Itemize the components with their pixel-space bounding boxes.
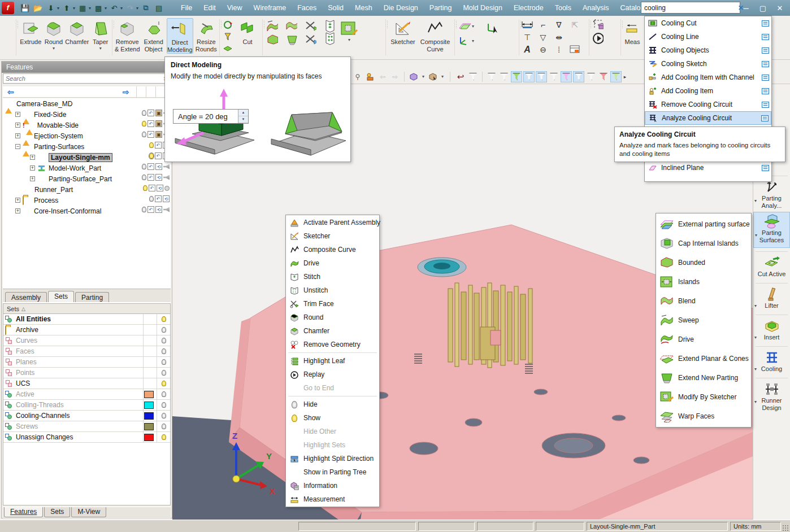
dropdown-arrow-icon[interactable]: ▾: [754, 399, 757, 404]
tree-row-selected[interactable]: + Layout-Single-mm ↶⟲: [3, 152, 171, 163]
filter-ucs-icon[interactable]: [486, 71, 497, 82]
swatch-col[interactable]: [143, 389, 157, 399]
resize-rounds-button[interactable]: Resize Rounds: [193, 18, 219, 53]
suppress-icon[interactable]: ↶: [147, 206, 154, 213]
result-remove-cooling-circuit[interactable]: Remove Cooling Circuit: [645, 98, 771, 111]
swatch-col[interactable]: [143, 411, 157, 421]
trim-face-green-icon[interactable]: [304, 20, 316, 32]
set-row[interactable]: UCS: [3, 378, 170, 389]
bulb-icon[interactable]: [162, 370, 166, 376]
sidebar-item-cut-active[interactable]: Cut Active: [753, 255, 790, 278]
rotate-body-icon[interactable]: [222, 19, 234, 30]
menu-item-drive[interactable]: Drive: [286, 256, 379, 270]
bulb-col[interactable]: [157, 335, 170, 346]
set-row[interactable]: Unassign Changes: [3, 432, 170, 443]
export-icon[interactable]: ⬆: [61, 2, 72, 14]
extrude-button[interactable]: Extrude: [19, 18, 42, 46]
filter-remove-icon[interactable]: [498, 71, 510, 82]
bulb-col[interactable]: [157, 432, 170, 442]
activate-part-icon[interactable]: [364, 71, 376, 82]
forward-icon[interactable]: ⇨: [389, 71, 401, 82]
extend-object-button[interactable]: Extend Object: [140, 18, 166, 53]
menu-item-extend-new-parting[interactable]: Extend New Parting: [656, 368, 751, 387]
sidebar-item-lifter[interactable]: ▾ Lifter: [753, 286, 790, 309]
expand-icon[interactable]: +: [15, 208, 20, 213]
bulb-col[interactable]: [157, 346, 170, 356]
menu-item-highlight-leaf[interactable]: Highlight Leaf: [286, 354, 379, 368]
show-hidden-icon[interactable]: ⚲: [352, 71, 363, 82]
bulb-col[interactable]: [157, 314, 170, 324]
nav-forward-icon[interactable]: ⇨: [123, 86, 129, 98]
set-label[interactable]: Screws: [16, 422, 143, 430]
menu-mold-design[interactable]: Mold Design: [457, 0, 507, 16]
filter-solid-icon[interactable]: [511, 71, 522, 82]
menu-item-sweep[interactable]: Sweep: [656, 311, 751, 330]
help-doc-icon[interactable]: [762, 165, 769, 171]
help-doc-icon[interactable]: [762, 88, 769, 94]
menu-file[interactable]: File: [175, 0, 198, 16]
bulb-col[interactable]: [157, 421, 170, 431]
tree-label[interactable]: Core-Insert-Conformal: [34, 207, 101, 215]
tab-sets[interactable]: Sets: [48, 291, 74, 302]
set-label[interactable]: Faces: [16, 347, 143, 355]
bulb-icon[interactable]: [142, 164, 146, 169]
set-row[interactable]: Archive: [3, 325, 170, 335]
bulb-icon[interactable]: [149, 142, 154, 148]
bounded-face-icon[interactable]: [266, 34, 278, 45]
tree-row[interactable]: + Fixed-Side ↶▣: [3, 109, 171, 120]
expand-icon[interactable]: +: [15, 133, 20, 138]
undo-icon[interactable]: ↶: [108, 2, 120, 14]
tree-label[interactable]: Fixed-Side: [34, 111, 66, 119]
minimize-button[interactable]: ─: [741, 4, 750, 12]
expand-icon[interactable]: +: [30, 155, 35, 160]
bulb-icon[interactable]: [162, 338, 166, 343]
nav-back-icon[interactable]: ⇦: [7, 86, 14, 98]
swatch-col[interactable]: [143, 432, 157, 442]
filter-set-icon[interactable]: [585, 71, 597, 82]
result-add-cooling-item-with-channel[interactable]: Add Cooling Item with Channel: [645, 71, 771, 84]
help-doc-icon[interactable]: [762, 75, 769, 81]
set-row[interactable]: Curves: [3, 335, 170, 346]
solid-state-icon[interactable]: ▣: [155, 110, 162, 116]
redo-icon[interactable]: ↷: [124, 2, 136, 14]
bulb-icon[interactable]: [162, 316, 166, 322]
clamp-icon[interactable]: [163, 164, 170, 169]
filter-composite-icon[interactable]: [523, 71, 535, 82]
tree-label[interactable]: Runner_Part: [34, 186, 73, 194]
filter-point-icon[interactable]: [610, 71, 622, 82]
suppress-icon[interactable]: ↶: [155, 152, 162, 159]
linear-dimension-icon[interactable]: [521, 19, 533, 30]
dropdown-arrow-icon[interactable]: ▾: [754, 303, 757, 308]
suppress-icon[interactable]: ↶: [149, 185, 155, 191]
bulb-icon[interactable]: [162, 413, 166, 418]
tree-row[interactable]: + Model-Work_Part ↶⟲: [3, 163, 171, 173]
window-tools-dropdown-icon[interactable]: ▾: [89, 6, 91, 11]
composite-curve-button[interactable]: Composite Curve: [418, 18, 452, 53]
tree-row[interactable]: + Process ↶⟲: [3, 195, 171, 206]
solid-state-icon[interactable]: ▣: [155, 131, 162, 138]
suppress-icon[interactable]: ↶: [147, 120, 154, 127]
set-row[interactable]: Active: [3, 389, 170, 400]
replay-icon[interactable]: [591, 33, 604, 44]
measure-button[interactable]: Meas: [622, 18, 643, 46]
menu-item-external-parting-surface[interactable]: External parting surface: [656, 215, 751, 234]
undo-view-icon[interactable]: ↩: [455, 71, 466, 82]
help-doc-icon[interactable]: [762, 34, 769, 40]
menu-item-show-in-parting-tree[interactable]: Show in Parting Tree: [286, 465, 379, 479]
menu-item-unstitch[interactable]: Unstitch: [286, 284, 379, 297]
suppress-icon[interactable]: ↶: [147, 110, 154, 116]
tree-label[interactable]: Process: [34, 197, 58, 204]
clamp-icon[interactable]: [163, 175, 170, 180]
copy-settings-icon[interactable]: ⧉: [140, 2, 151, 14]
tree-label[interactable]: Parting-Surface_Part: [49, 175, 112, 183]
menu-analysis[interactable]: Analysis: [577, 0, 615, 16]
menu-view[interactable]: View: [222, 0, 248, 16]
set-label[interactable]: Planes: [16, 358, 143, 366]
menu-parting[interactable]: Parting: [424, 0, 458, 16]
tab-sets-bottom[interactable]: Sets: [44, 507, 70, 517]
clamp-icon[interactable]: [163, 207, 170, 212]
text-annotation-icon[interactable]: A: [521, 44, 533, 55]
ordinate-dimension-icon[interactable]: ⦙: [553, 44, 565, 55]
filter-faces-icon[interactable]: [467, 71, 479, 82]
cut-button[interactable]: Cut: [234, 18, 261, 46]
